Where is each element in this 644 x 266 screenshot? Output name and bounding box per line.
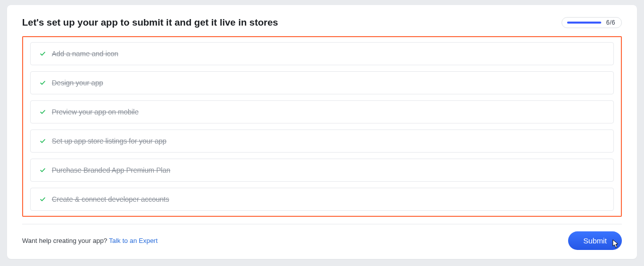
check-icon [40, 167, 46, 173]
steps-highlight-box: Add a name and icon Design your app Prev… [22, 36, 622, 217]
step-label: Design your app [52, 79, 103, 87]
step-row[interactable]: Add a name and icon [30, 42, 614, 65]
step-row[interactable]: Create & connect developer accounts [30, 188, 614, 211]
step-row[interactable]: Set up app store listings for your app [30, 129, 614, 153]
divider [22, 224, 622, 224]
check-icon [40, 109, 46, 115]
step-label: Set up app store listings for your app [52, 137, 166, 145]
step-row[interactable]: Purchase Branded App Premium Plan [30, 159, 614, 182]
check-icon [40, 138, 46, 144]
setup-card: Let's set up your app to submit it and g… [7, 5, 637, 259]
help-prefix: Want help creating your app? [22, 237, 109, 244]
step-label: Add a name and icon [52, 50, 118, 58]
header: Let's set up your app to submit it and g… [22, 17, 622, 28]
step-label: Purchase Branded App Premium Plan [52, 166, 170, 174]
step-label: Create & connect developer accounts [52, 195, 169, 203]
check-icon [40, 196, 46, 202]
talk-to-expert-link[interactable]: Talk to an Expert [109, 237, 158, 244]
page-title: Let's set up your app to submit it and g… [22, 17, 278, 28]
check-icon [40, 51, 46, 57]
step-row[interactable]: Design your app [30, 71, 614, 94]
footer: Want help creating your app? Talk to an … [22, 231, 622, 250]
help-text: Want help creating your app? Talk to an … [22, 237, 158, 244]
progress-track [567, 22, 601, 24]
progress-count: 6/6 [606, 19, 615, 26]
step-label: Preview your app on mobile [52, 108, 139, 116]
step-row[interactable]: Preview your app on mobile [30, 100, 614, 123]
progress-fill [567, 22, 601, 24]
progress-indicator: 6/6 [562, 17, 622, 28]
submit-button[interactable]: Submit [568, 231, 622, 250]
check-icon [40, 80, 46, 86]
